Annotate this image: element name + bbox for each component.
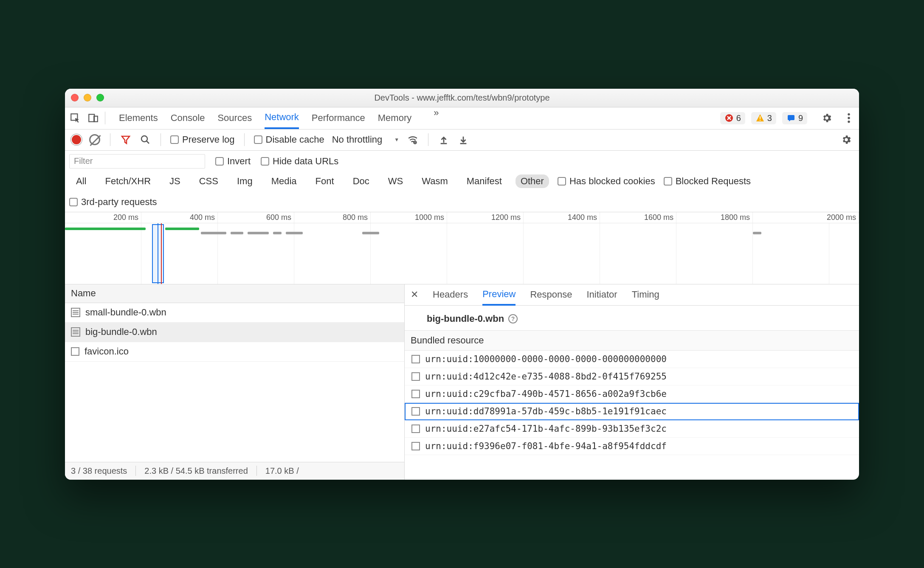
- inspect-element-icon[interactable]: [69, 112, 81, 124]
- close-window-button[interactable]: [71, 94, 79, 101]
- status-transferred: 2.3 kB / 54.5 kB transferred: [144, 466, 248, 476]
- settings-icon[interactable]: [821, 112, 833, 124]
- divider: [110, 133, 110, 146]
- message-count-pill[interactable]: 9: [782, 112, 807, 124]
- dtab-response[interactable]: Response: [530, 284, 572, 305]
- tab-elements[interactable]: Elements: [119, 107, 158, 129]
- dtab-timing[interactable]: Timing: [632, 284, 659, 305]
- type-js[interactable]: JS: [164, 174, 186, 188]
- dtab-headers[interactable]: Headers: [433, 284, 468, 305]
- status-resources: 17.0 kB /: [265, 466, 299, 476]
- svg-point-12: [141, 136, 147, 142]
- warning-count: 3: [767, 113, 772, 123]
- zoom-window-button[interactable]: [96, 94, 104, 101]
- request-row[interactable]: small-bundle-0.wbn: [65, 303, 404, 323]
- svg-point-11: [848, 121, 850, 123]
- blocked-requests-checkbox[interactable]: Blocked Requests: [664, 176, 751, 187]
- request-rows: small-bundle-0.wbn big-bundle-0.wbn favi…: [65, 303, 404, 462]
- bundled-resource[interactable]: urn:uuid:f9396e07-f081-4bfe-94a1-a8f954f…: [405, 438, 859, 455]
- tab-console[interactable]: Console: [171, 107, 205, 129]
- svg-line-13: [146, 141, 149, 143]
- type-all[interactable]: All: [71, 174, 91, 188]
- waterfall-bar: [273, 232, 282, 234]
- error-count-pill[interactable]: 6: [720, 112, 745, 124]
- type-doc[interactable]: Doc: [348, 174, 375, 188]
- divider: [161, 133, 161, 146]
- clear-button[interactable]: [89, 134, 101, 146]
- type-img[interactable]: Img: [232, 174, 258, 188]
- import-har-icon[interactable]: [438, 134, 450, 146]
- request-detail: ✕ Headers Preview Response Initiator Tim…: [405, 284, 859, 480]
- device-toolbar-icon[interactable]: [87, 112, 99, 124]
- third-party-checkbox[interactable]: 3rd-party requests: [69, 197, 855, 208]
- titlebar: DevTools - www.jefftk.com/test/wbn9/prot…: [65, 89, 859, 107]
- filter-toggle-icon[interactable]: [120, 134, 132, 146]
- network-conditions-icon[interactable]: [407, 134, 419, 146]
- search-icon[interactable]: [139, 134, 151, 146]
- help-icon[interactable]: ?: [508, 314, 518, 323]
- close-detail-icon[interactable]: ✕: [411, 284, 418, 305]
- tick: 1400 ms: [524, 212, 600, 223]
- dtab-initiator[interactable]: Initiator: [586, 284, 617, 305]
- waterfall-bar: [248, 232, 269, 234]
- request-row[interactable]: favicon.ico: [65, 342, 404, 362]
- export-har-icon[interactable]: [457, 134, 469, 146]
- bundled-resource[interactable]: urn:uuid:4d12c42e-e735-4088-8bd2-0f415f7…: [405, 368, 859, 385]
- tick: 600 ms: [218, 212, 294, 223]
- divider: [105, 112, 105, 124]
- request-name: small-bundle-0.wbn: [85, 307, 166, 318]
- timeline-body[interactable]: [65, 223, 859, 284]
- disable-cache-checkbox[interactable]: Disable cache: [254, 134, 324, 145]
- bundled-resource[interactable]: urn:uuid:c29cfba7-490b-4571-8656-a002a9f…: [405, 385, 859, 403]
- request-name: big-bundle-0.wbn: [85, 326, 157, 337]
- tab-sources[interactable]: Sources: [217, 107, 252, 129]
- window-title: DevTools - www.jefftk.com/test/wbn9/prot…: [65, 93, 859, 103]
- invert-checkbox[interactable]: Invert: [215, 156, 251, 167]
- tick: 200 ms: [65, 212, 141, 223]
- waterfall-bar: [165, 228, 199, 230]
- detail-tabs: ✕ Headers Preview Response Initiator Tim…: [405, 284, 859, 306]
- more-tabs-icon[interactable]: »: [434, 107, 439, 129]
- timeline-overview[interactable]: 200 ms 400 ms 600 ms 800 ms 1000 ms 1200…: [65, 212, 859, 284]
- type-ws[interactable]: WS: [383, 174, 408, 188]
- warning-count-pill[interactable]: 3: [751, 112, 776, 124]
- divider: [244, 133, 245, 146]
- waterfall-bar: [286, 232, 303, 234]
- type-css[interactable]: CSS: [194, 174, 223, 188]
- file-icon: [411, 442, 420, 450]
- tick: 800 ms: [294, 212, 371, 223]
- type-fetchxhr[interactable]: Fetch/XHR: [100, 174, 156, 188]
- status-bar: 3 / 38 requests 2.3 kB / 54.5 kB transfe…: [65, 462, 404, 480]
- bundled-resource[interactable]: urn:uuid:10000000-0000-0000-0000-0000000…: [405, 351, 859, 368]
- svg-rect-7: [789, 117, 793, 118]
- hide-data-urls-checkbox[interactable]: Hide data URLs: [261, 156, 338, 167]
- message-count: 9: [798, 113, 803, 123]
- minimize-window-button[interactable]: [84, 94, 91, 101]
- column-header-name[interactable]: Name: [65, 284, 404, 303]
- type-other[interactable]: Other: [516, 174, 549, 188]
- bundled-resource[interactable]: urn:uuid:dd78991a-57db-459c-b8b5-1e191f9…: [405, 403, 859, 420]
- filter-input[interactable]: Filter: [69, 154, 205, 169]
- tick: 2000 ms: [753, 212, 859, 223]
- type-media[interactable]: Media: [266, 174, 302, 188]
- throttling-select[interactable]: No throttling: [332, 134, 400, 145]
- more-options-icon[interactable]: [843, 112, 855, 124]
- preserve-log-checkbox[interactable]: Preserve log: [170, 134, 235, 145]
- preview-title: big-bundle-0.wbn ?: [405, 306, 859, 330]
- type-font[interactable]: Font: [310, 174, 339, 188]
- waterfall-bar: [201, 232, 226, 234]
- dtab-preview[interactable]: Preview: [482, 284, 516, 306]
- tick: 1800 ms: [676, 212, 753, 223]
- tab-performance[interactable]: Performance: [312, 107, 365, 129]
- tab-memory[interactable]: Memory: [378, 107, 411, 129]
- request-row[interactable]: big-bundle-0.wbn: [65, 323, 404, 342]
- has-blocked-cookies-checkbox[interactable]: Has blocked cookies: [558, 176, 655, 187]
- type-manifest[interactable]: Manifest: [462, 174, 507, 188]
- bundled-resource[interactable]: urn:uuid:e27afc54-171b-4afc-899b-93b135e…: [405, 420, 859, 438]
- request-list: Name small-bundle-0.wbn big-bundle-0.wbn…: [65, 284, 405, 480]
- network-settings-icon[interactable]: [840, 134, 852, 146]
- tab-network[interactable]: Network: [265, 107, 299, 129]
- record-button[interactable]: [72, 135, 81, 144]
- svg-rect-4: [760, 116, 761, 119]
- type-wasm[interactable]: Wasm: [417, 174, 453, 188]
